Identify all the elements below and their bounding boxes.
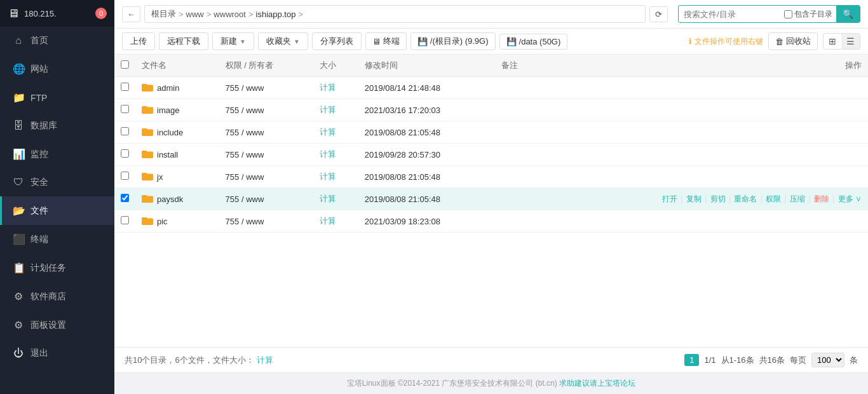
refresh-button[interactable]: ⟳ xyxy=(649,6,668,22)
breadcrumb-root[interactable]: 根目录 xyxy=(151,8,176,20)
row-checkbox[interactable] xyxy=(121,172,129,180)
search-input[interactable] xyxy=(679,7,780,22)
row-checkbox[interactable] xyxy=(121,83,129,91)
row-size-cell[interactable]: 计算 xyxy=(313,188,358,210)
back-button[interactable]: ← xyxy=(122,6,140,22)
page-current-button[interactable]: 1 xyxy=(684,354,699,366)
per-page-select[interactable]: 100 50 200 xyxy=(811,353,844,367)
row-size-cell[interactable]: 计算 xyxy=(313,210,358,233)
appstore-icon: ⚙ xyxy=(13,290,24,302)
breadcrumb-sep3: > xyxy=(248,10,254,19)
action-cut[interactable]: 剪切 xyxy=(710,194,726,203)
statusbar-calc[interactable]: 计算 xyxy=(257,355,273,366)
favorites-button[interactable]: 收藏夹 ▼ xyxy=(258,32,308,50)
remote-download-button[interactable]: 远程下载 xyxy=(159,32,208,50)
row-permission-cell: 755 / www xyxy=(219,121,313,144)
row-name-cell: install xyxy=(135,144,219,166)
action-permission[interactable]: 权限 xyxy=(766,194,781,203)
file-name-text[interactable]: image xyxy=(157,105,179,115)
sidebar-item-cron[interactable]: 📋 计划任务 xyxy=(0,254,114,282)
share-list-label: 分享列表 xyxy=(320,36,353,47)
sidebar-header: 🖥 180.215. 0 xyxy=(0,0,114,27)
row-size-cell[interactable]: 计算 xyxy=(313,99,358,121)
data-disk-button[interactable]: 💾 /data (50G) xyxy=(499,34,568,50)
terminal-disk-icon: 🖥 xyxy=(372,37,381,46)
grid-icon: ⊞ xyxy=(829,36,836,46)
sidebar-item-appstore[interactable]: ⚙ 软件商店 xyxy=(0,282,114,311)
terminal-icon: ⬛ xyxy=(13,233,24,245)
sidebar-label-files: 文件 xyxy=(31,205,48,217)
search-button[interactable]: 🔍 xyxy=(836,6,860,22)
header-name: 文件名 xyxy=(135,55,219,77)
breadcrumb-www[interactable]: www xyxy=(186,10,204,19)
file-name-text[interactable]: include xyxy=(157,128,183,137)
row-size-cell[interactable]: 计算 xyxy=(313,144,358,166)
sidebar-item-ftp[interactable]: 📁 FTP xyxy=(0,83,114,112)
panel-icon: ⚙ xyxy=(13,319,24,331)
action-open[interactable]: 打开 xyxy=(662,194,677,203)
header-modified: 修改时间 xyxy=(358,55,495,77)
file-name-text[interactable]: pic xyxy=(157,217,168,226)
terminal-button[interactable]: 🖥 终端 xyxy=(365,32,407,50)
total-items: 共16条 xyxy=(759,355,785,366)
file-name-text[interactable]: admin xyxy=(157,83,179,93)
view-list-button[interactable]: ☰ xyxy=(841,34,860,49)
row-name-cell: image xyxy=(135,99,219,121)
sidebar-item-files[interactable]: 📂 文件 xyxy=(0,196,114,225)
list-icon: ☰ xyxy=(846,36,855,46)
row-checkbox[interactable] xyxy=(121,194,129,202)
action-more[interactable]: 更多 ∨ xyxy=(838,194,862,203)
sidebar-label-logout: 退出 xyxy=(31,348,48,359)
root-disk-button[interactable]: 💾 /(根目录) (9.9G) xyxy=(410,32,496,50)
sidebar-item-database[interactable]: 🗄 数据库 xyxy=(0,112,114,140)
monitor-icon: 🖥 xyxy=(8,7,19,20)
file-name-text[interactable]: paysdk xyxy=(157,194,183,204)
row-checkbox[interactable] xyxy=(121,149,129,158)
sidebar-item-panel[interactable]: ⚙ 面板设置 xyxy=(0,311,114,339)
shield-icon: 🛡 xyxy=(13,177,24,188)
sidebar-item-logout[interactable]: ⏻ 退出 xyxy=(0,339,114,367)
data-disk-icon: 💾 xyxy=(506,37,517,46)
file-name-text[interactable]: install xyxy=(157,150,178,160)
terminal-disk-label: 终端 xyxy=(383,36,400,47)
home-icon: ⌂ xyxy=(13,35,24,46)
cron-icon: 📋 xyxy=(13,262,24,274)
footer-link[interactable]: 求助建议请上宝塔论坛 xyxy=(559,379,635,388)
sidebar-item-terminal[interactable]: ⬛ 终端 xyxy=(0,225,114,254)
row-size-cell[interactable]: 计算 xyxy=(313,121,358,144)
file-name-wrapper: image xyxy=(142,104,213,116)
footer: 宝塔Linux面板 ©2014-2021 广东堡塔安全技术有限公司 (bt.cn… xyxy=(114,372,868,394)
action-copy[interactable]: 复制 xyxy=(686,194,702,203)
include-subdir-checkbox[interactable] xyxy=(784,10,792,18)
sidebar-item-website[interactable]: 🌐 网站 xyxy=(0,55,114,83)
sidebar-item-monitor[interactable]: 📊 监控 xyxy=(0,140,114,168)
sidebar-item-home[interactable]: ⌂ 首页 xyxy=(0,27,114,55)
row-name-cell: include xyxy=(135,121,219,144)
sidebar-label-terminal: 终端 xyxy=(31,234,48,245)
info-icon: ℹ xyxy=(689,37,692,46)
row-checkbox[interactable] xyxy=(121,105,129,113)
action-delete[interactable]: 删除 xyxy=(814,194,829,203)
share-list-button[interactable]: 分享列表 xyxy=(312,32,362,50)
row-size-cell[interactable]: 计算 xyxy=(313,77,358,99)
select-all-checkbox[interactable] xyxy=(121,60,129,69)
row-note-cell xyxy=(495,77,540,99)
view-grid-button[interactable]: ⊞ xyxy=(824,34,841,49)
breadcrumb-wwwroot[interactable]: wwwroot xyxy=(214,10,246,19)
view-toggle: ⊞ ☰ xyxy=(823,33,860,50)
row-actions: 打开 | 复制 | 剪切 | 重命名 | 权限 | 压缩 | 删除 | 更多 ∨ xyxy=(546,194,862,205)
search-box: 包含子目录 🔍 xyxy=(678,5,860,23)
row-size-cell[interactable]: 计算 xyxy=(313,166,358,188)
action-compress[interactable]: 压缩 xyxy=(790,194,805,203)
file-name-text[interactable]: jx xyxy=(157,172,163,182)
file-tbody: admin 755 / www 计算 2019/08/14 21:48:48 i… xyxy=(114,77,868,233)
row-checkbox[interactable] xyxy=(121,127,129,135)
recycle-bin-button[interactable]: 🗑 回收站 xyxy=(768,32,818,50)
upload-button[interactable]: 上传 xyxy=(122,32,155,50)
action-rename[interactable]: 重命名 xyxy=(734,194,757,203)
row-actions-cell xyxy=(540,77,868,99)
sidebar-item-security[interactable]: 🛡 安全 xyxy=(0,168,114,196)
row-note-cell xyxy=(495,166,540,188)
row-checkbox[interactable] xyxy=(121,216,129,224)
new-button[interactable]: 新建 ▼ xyxy=(212,32,254,50)
